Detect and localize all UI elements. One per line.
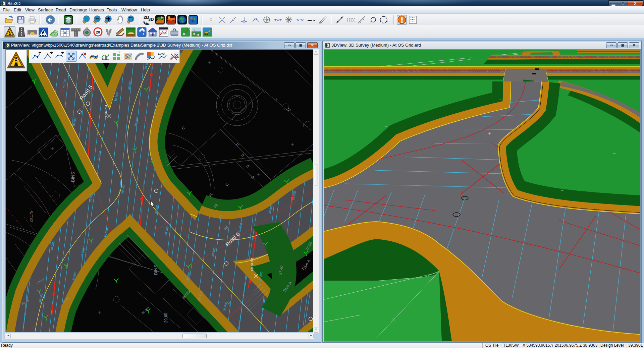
svg-text:HP 39 754: HP 39 754 [104,105,108,118]
svg-text:3D: 3D [148,17,154,22]
svg-text:BINS: BINS [70,172,75,182]
svg-text:BINS: BINS [153,265,158,275]
svg-text:Level: Level [158,52,165,55]
svg-text:29.60: 29.60 [164,313,168,323]
svg-text:20: 20 [96,30,100,34]
svg-text:HP 38 481: HP 38 481 [251,257,254,271]
svg-text:78.82: 78.82 [6,204,6,212]
svg-text:28.175: 28.175 [29,211,33,222]
